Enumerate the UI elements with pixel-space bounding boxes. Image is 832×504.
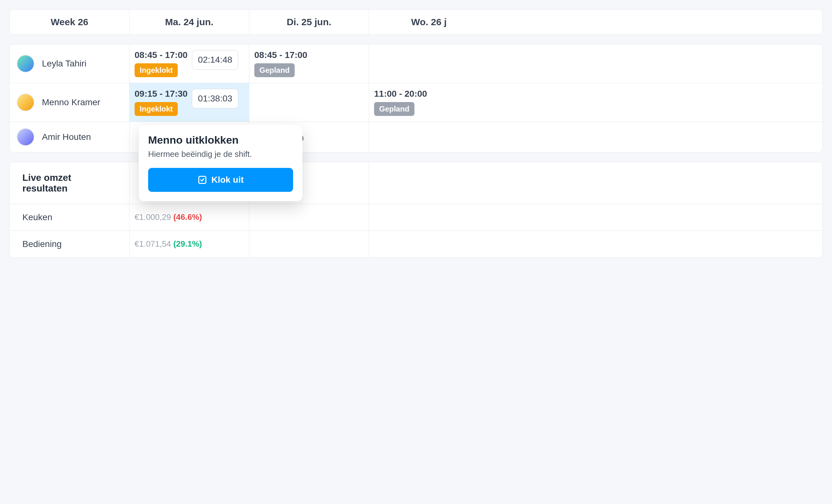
avatar — [17, 128, 34, 146]
revenue-pct: (46.6%) — [173, 212, 202, 222]
shift-time: 09:15 - 17:30 — [135, 89, 187, 99]
avatar — [17, 94, 34, 111]
revenue-row: Keuken €1.000,29 (46.6%) — [10, 204, 822, 231]
shift-cell-empty[interactable] — [369, 122, 489, 152]
shift-cell[interactable]: 08:45 - 17:00 Ingeklokt 02:14:48 — [130, 45, 249, 83]
employee-cell[interactable]: Amir Houten — [10, 122, 130, 152]
revenue-label: Bediening — [10, 231, 130, 257]
revenue-title: Live omzet resultaten — [10, 162, 130, 204]
popover-title: Menno uitklokken — [148, 134, 293, 146]
schedule-body: Leyla Tahiri 08:45 - 17:00 Ingeklokt 02:… — [9, 44, 823, 153]
shift-cell-empty[interactable] — [249, 83, 369, 122]
revenue-value: €1.071,54 (29.1%) — [130, 231, 249, 257]
shift-cell-empty[interactable] — [369, 45, 489, 83]
shift-timer: 01:38:03 — [192, 89, 238, 108]
check-square-icon — [198, 175, 207, 185]
revenue-value-empty — [369, 231, 489, 257]
revenue-amount: €1.071,54 — [135, 239, 171, 248]
shift-cell[interactable]: 08:45 - 17:00 Gepland — [249, 45, 369, 83]
shift-time: 11:00 - 20:00 — [374, 89, 484, 99]
shift-cell-selected[interactable]: 09:15 - 17:30 Ingeklokt 01:38:03 — [130, 83, 249, 122]
revenue-header: Live omzet resultaten — [10, 162, 822, 204]
avatar — [17, 55, 34, 73]
clock-out-button-label: Klok uit — [211, 175, 244, 185]
status-badge: Ingeklokt — [135, 63, 178, 77]
day-header-tue[interactable]: Di. 25 jun. — [249, 10, 369, 34]
schedule-header-row: Week 26 Ma. 24 jun. Di. 25 jun. Wo. 26 j — [9, 9, 823, 35]
status-badge: Gepland — [374, 102, 414, 116]
shift-cell[interactable]: 11:00 - 20:00 Gepland — [369, 83, 489, 122]
revenue-header-empty — [369, 162, 489, 204]
popover-subtitle: Hiermee beëindig je de shift. — [148, 149, 293, 159]
status-badge: Gepland — [254, 63, 295, 77]
clock-out-button[interactable]: Klok uit — [148, 168, 293, 192]
employee-name: Menno Kramer — [42, 97, 100, 107]
shift-time: 08:45 - 17:00 — [135, 50, 187, 60]
clock-out-popover: Menno uitklokken Hiermee beëindig je de … — [139, 125, 303, 201]
day-header-mon[interactable]: Ma. 24 jun. — [130, 10, 249, 34]
revenue-value: €1.000,29 (46.6%) — [130, 204, 249, 231]
week-label: Week 26 — [10, 10, 130, 34]
revenue-pct: (29.1%) — [173, 239, 202, 248]
employee-cell[interactable]: Menno Kramer — [10, 83, 130, 122]
revenue-table: Live omzet resultaten Keuken €1.000,29 (… — [9, 162, 823, 258]
revenue-value-empty — [369, 204, 489, 231]
employee-row: Amir Houten — [10, 122, 822, 152]
revenue-amount: €1.000,29 — [135, 212, 171, 222]
revenue-label: Keuken — [10, 204, 130, 231]
status-badge: Ingeklokt — [135, 102, 178, 116]
day-header-wed[interactable]: Wo. 26 j — [369, 10, 489, 34]
employee-cell[interactable]: Leyla Tahiri — [10, 45, 130, 83]
shift-timer: 02:14:48 — [192, 50, 238, 70]
revenue-row: Bediening €1.071,54 (29.1%) — [10, 231, 822, 257]
employee-row: Leyla Tahiri 08:45 - 17:00 Ingeklokt 02:… — [10, 45, 822, 83]
employee-name: Leyla Tahiri — [42, 59, 86, 69]
revenue-value-empty — [249, 204, 369, 231]
employee-row: Menno Kramer 09:15 - 17:30 Ingeklokt 01:… — [10, 83, 822, 122]
shift-time: 08:45 - 17:00 — [254, 50, 364, 60]
employee-name: Amir Houten — [42, 132, 91, 142]
revenue-value-empty — [249, 231, 369, 257]
